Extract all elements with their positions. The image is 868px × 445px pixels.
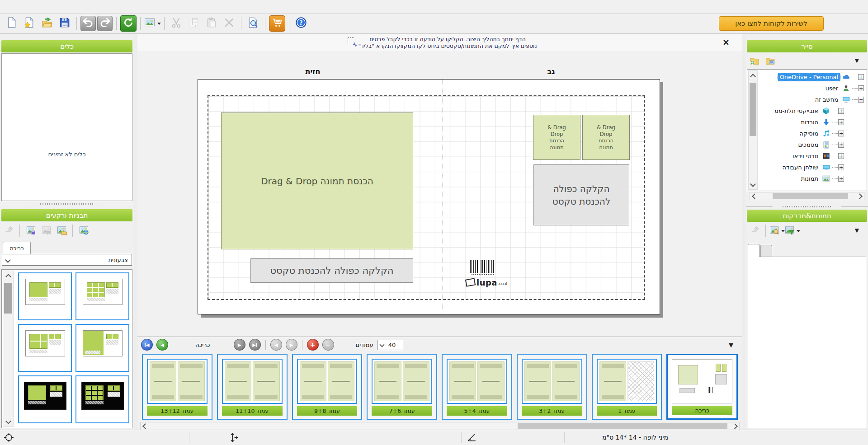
tree-expander-icon[interactable]: − <box>858 97 864 103</box>
template-style-dropdown[interactable]: צבעונית <box>2 254 132 266</box>
tpl-open-button[interactable] <box>55 224 68 238</box>
left-panel-splitter[interactable] <box>134 34 137 430</box>
cut-button[interactable] <box>168 15 184 32</box>
tab[interactable] <box>748 244 760 257</box>
sync-button[interactable] <box>120 15 137 32</box>
new-from-template-button[interactable] <box>21 15 38 32</box>
back-text-placeholder[interactable]: הקלקה כפולה להכנסת טקסט <box>533 164 629 225</box>
scroll-down-icon[interactable] <box>750 179 756 188</box>
tree-expander-icon[interactable]: + <box>858 85 864 91</box>
right-panel-splitter[interactable] <box>742 34 746 430</box>
paste-button[interactable] <box>203 15 220 32</box>
tree-item-label[interactable]: OneDrive - Personal <box>778 73 840 81</box>
insert-image-button[interactable] <box>144 15 160 32</box>
menu-item[interactable] <box>42 5 52 8</box>
dropdown-caret-icon[interactable] <box>797 230 800 232</box>
page-thumbnail[interactable]: עמוד 9+8 <box>292 354 363 420</box>
cover-spread-page[interactable]: הכנסת תמונה Drag & Drop הקלקה כפולה להכנ… <box>198 79 660 314</box>
page-thumbnail[interactable]: כריכה <box>666 354 738 420</box>
go-previous-button[interactable]: ◀ <box>156 339 168 351</box>
tree-item[interactable]: מוסיקה + <box>759 128 865 139</box>
apply-gray-button[interactable] <box>748 224 761 238</box>
template-thumbnail[interactable] <box>18 324 72 372</box>
tree-expander-icon[interactable]: + <box>838 153 844 159</box>
tpl-save-button[interactable] <box>24 224 38 238</box>
menu-item[interactable] <box>52 5 62 8</box>
panel-splitter[interactable] <box>746 205 868 208</box>
tpl-delete-button[interactable] <box>39 224 53 238</box>
template-thumbnail[interactable] <box>75 324 129 372</box>
help-button[interactable] <box>293 15 309 32</box>
images-content-area[interactable] <box>748 257 866 428</box>
preview-button[interactable] <box>245 15 261 32</box>
save-button[interactable] <box>57 15 73 32</box>
menu-item[interactable] <box>62 5 72 8</box>
tree-item[interactable]: שולחן העבודה + <box>759 162 865 173</box>
scrollbar-thumb[interactable] <box>518 423 727 429</box>
tpl-apply-button[interactable] <box>2 224 15 238</box>
tree-item[interactable]: user + <box>759 83 865 94</box>
folder-add-button[interactable] <box>748 54 761 68</box>
template-thumbnail[interactable] <box>75 375 129 423</box>
back-image-placeholder[interactable]: Drag & Drop הכנסת תמונה <box>582 115 630 160</box>
tree-item-label[interactable]: שולחן העבודה <box>780 164 820 171</box>
tree-item-label[interactable]: אובייקטי תלת-ממ <box>773 107 820 115</box>
menu-item[interactable] <box>3 5 13 8</box>
images-dropdown-icon[interactable]: ▼ <box>855 227 859 234</box>
bleed-notification-bar[interactable]: ✂ הדף יחתך בתהליך היצור. הקליקו על הודעה… <box>137 34 742 52</box>
undo-button[interactable] <box>80 16 96 31</box>
page-thumbnail[interactable]: עמוד 5+4 <box>442 354 512 420</box>
page-thumbnail[interactable]: עמוד 11+10 <box>217 354 288 420</box>
scroll-left-icon[interactable] <box>751 193 758 199</box>
page-thumbnail[interactable]: עמוד 3+2 <box>517 354 587 420</box>
scroll-right-icon[interactable] <box>856 193 863 199</box>
tree-expander-icon[interactable]: + <box>838 108 844 114</box>
tree-item-label[interactable]: מוסיקה <box>798 130 820 137</box>
folder-form-button[interactable] <box>763 54 777 68</box>
open-button[interactable] <box>39 15 55 32</box>
copy-button[interactable] <box>186 15 202 32</box>
template-list-scrollbar[interactable] <box>3 271 14 427</box>
explorer-hscrollbar[interactable] <box>750 192 864 200</box>
scroll-left-icon[interactable] <box>142 423 149 429</box>
back-image-placeholder[interactable]: Drag & Drop הכנסת תמונה <box>533 115 580 160</box>
tree-expander-icon[interactable]: + <box>858 74 864 80</box>
page-thumbnail[interactable]: עמוד 1 <box>592 354 662 420</box>
front-text-placeholder[interactable]: הקלקה כפולה להכנסת טקסט <box>250 258 413 283</box>
customer-service-button[interactable]: לשירות לקוחות לחצו כאן <box>719 16 824 31</box>
redo-button[interactable] <box>97 16 113 31</box>
explorer-scrollbar[interactable] <box>748 70 758 190</box>
tab-cover-templates[interactable]: כריכה <box>3 242 31 254</box>
tree-expander-icon[interactable]: + <box>838 142 844 148</box>
template-thumbnail[interactable] <box>18 272 72 320</box>
template-thumbnail[interactable] <box>75 272 129 320</box>
close-icon[interactable]: × <box>722 38 730 47</box>
front-image-placeholder[interactable]: הכנסת תמונה Drag & Drop <box>221 112 413 249</box>
explorer-dropdown-icon[interactable]: ▼ <box>855 57 859 64</box>
menu-item[interactable] <box>23 5 33 8</box>
tree-item[interactable]: OneDrive - Personal + <box>759 71 865 83</box>
page-thumbnail[interactable]: עמוד 7+6 <box>367 354 437 420</box>
tree-item[interactable]: סרטי וידאו + <box>759 150 865 162</box>
tree-expander-icon[interactable]: + <box>838 164 844 170</box>
tree-item[interactable]: הורדות + <box>759 117 865 128</box>
tree-expander-icon[interactable]: + <box>838 176 844 182</box>
page-thumbnail[interactable]: עמוד 13+12 <box>142 354 212 420</box>
cart-button[interactable] <box>269 15 285 32</box>
tree-item-label[interactable]: מחשב זה <box>813 96 840 103</box>
pages-count-dropdown[interactable]: 40 <box>377 340 403 350</box>
play-forward-button[interactable]: ▶ <box>234 339 245 351</box>
tree-expander-icon[interactable]: + <box>838 131 844 136</box>
scrollbar-thumb[interactable] <box>773 193 848 199</box>
strip-scrollbar[interactable] <box>140 422 740 430</box>
panel-splitter[interactable] <box>0 202 134 206</box>
tree-item-label[interactable]: user <box>824 84 840 92</box>
tpl-web-button[interactable] <box>77 224 90 238</box>
add-page-button[interactable]: + <box>307 339 319 351</box>
img-search-button[interactable] <box>770 224 783 238</box>
tree-item[interactable]: תמונות + <box>759 173 865 184</box>
tree-item[interactable]: מחשב זה − <box>759 94 865 105</box>
tab[interactable] <box>760 245 772 257</box>
menu-item[interactable] <box>33 5 42 8</box>
go-last-button[interactable]: ▶ <box>249 339 261 351</box>
